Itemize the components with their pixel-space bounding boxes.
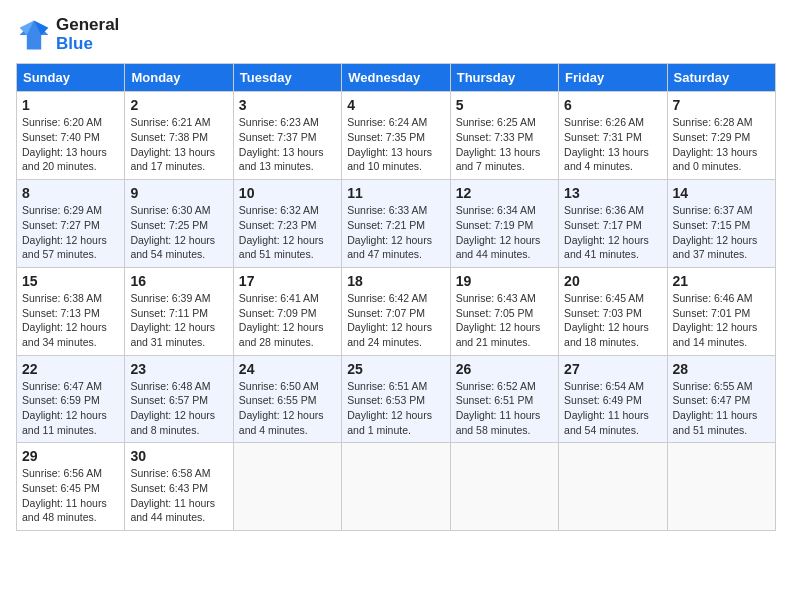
day-info: Sunrise: 6:32 AMSunset: 7:23 PMDaylight:… <box>239 203 336 262</box>
day-number: 2 <box>130 97 227 113</box>
day-info: Sunrise: 6:48 AMSunset: 6:57 PMDaylight:… <box>130 379 227 438</box>
week-row-4: 22Sunrise: 6:47 AMSunset: 6:59 PMDayligh… <box>17 355 776 443</box>
day-number: 15 <box>22 273 119 289</box>
day-number: 9 <box>130 185 227 201</box>
day-number: 29 <box>22 448 119 464</box>
day-number: 30 <box>130 448 227 464</box>
day-number: 8 <box>22 185 119 201</box>
day-info: Sunrise: 6:23 AMSunset: 7:37 PMDaylight:… <box>239 115 336 174</box>
week-row-5: 29Sunrise: 6:56 AMSunset: 6:45 PMDayligh… <box>17 443 776 531</box>
day-cell: 13Sunrise: 6:36 AMSunset: 7:17 PMDayligh… <box>559 180 667 268</box>
day-cell: 12Sunrise: 6:34 AMSunset: 7:19 PMDayligh… <box>450 180 558 268</box>
day-number: 7 <box>673 97 770 113</box>
day-cell: 30Sunrise: 6:58 AMSunset: 6:43 PMDayligh… <box>125 443 233 531</box>
day-cell <box>233 443 341 531</box>
day-number: 14 <box>673 185 770 201</box>
day-info: Sunrise: 6:50 AMSunset: 6:55 PMDaylight:… <box>239 379 336 438</box>
day-cell: 1Sunrise: 6:20 AMSunset: 7:40 PMDaylight… <box>17 92 125 180</box>
day-info: Sunrise: 6:51 AMSunset: 6:53 PMDaylight:… <box>347 379 444 438</box>
calendar-table: SundayMondayTuesdayWednesdayThursdayFrid… <box>16 63 776 531</box>
col-header-saturday: Saturday <box>667 64 775 92</box>
day-cell: 29Sunrise: 6:56 AMSunset: 6:45 PMDayligh… <box>17 443 125 531</box>
day-number: 19 <box>456 273 553 289</box>
day-cell: 3Sunrise: 6:23 AMSunset: 7:37 PMDaylight… <box>233 92 341 180</box>
logo: General Blue <box>16 16 119 53</box>
day-info: Sunrise: 6:37 AMSunset: 7:15 PMDaylight:… <box>673 203 770 262</box>
day-info: Sunrise: 6:29 AMSunset: 7:27 PMDaylight:… <box>22 203 119 262</box>
day-info: Sunrise: 6:24 AMSunset: 7:35 PMDaylight:… <box>347 115 444 174</box>
day-number: 28 <box>673 361 770 377</box>
day-cell: 28Sunrise: 6:55 AMSunset: 6:47 PMDayligh… <box>667 355 775 443</box>
day-info: Sunrise: 6:55 AMSunset: 6:47 PMDaylight:… <box>673 379 770 438</box>
day-number: 24 <box>239 361 336 377</box>
day-cell: 9Sunrise: 6:30 AMSunset: 7:25 PMDaylight… <box>125 180 233 268</box>
day-cell: 15Sunrise: 6:38 AMSunset: 7:13 PMDayligh… <box>17 267 125 355</box>
day-info: Sunrise: 6:46 AMSunset: 7:01 PMDaylight:… <box>673 291 770 350</box>
page-header: General Blue <box>16 16 776 53</box>
day-number: 6 <box>564 97 661 113</box>
day-cell: 11Sunrise: 6:33 AMSunset: 7:21 PMDayligh… <box>342 180 450 268</box>
day-cell: 21Sunrise: 6:46 AMSunset: 7:01 PMDayligh… <box>667 267 775 355</box>
day-number: 17 <box>239 273 336 289</box>
day-cell: 23Sunrise: 6:48 AMSunset: 6:57 PMDayligh… <box>125 355 233 443</box>
day-info: Sunrise: 6:34 AMSunset: 7:19 PMDaylight:… <box>456 203 553 262</box>
day-info: Sunrise: 6:54 AMSunset: 6:49 PMDaylight:… <box>564 379 661 438</box>
day-number: 22 <box>22 361 119 377</box>
day-info: Sunrise: 6:33 AMSunset: 7:21 PMDaylight:… <box>347 203 444 262</box>
day-cell: 26Sunrise: 6:52 AMSunset: 6:51 PMDayligh… <box>450 355 558 443</box>
svg-marker-0 <box>20 20 49 49</box>
day-cell: 6Sunrise: 6:26 AMSunset: 7:31 PMDaylight… <box>559 92 667 180</box>
day-cell: 4Sunrise: 6:24 AMSunset: 7:35 PMDaylight… <box>342 92 450 180</box>
week-row-1: 1Sunrise: 6:20 AMSunset: 7:40 PMDaylight… <box>17 92 776 180</box>
day-number: 26 <box>456 361 553 377</box>
day-info: Sunrise: 6:26 AMSunset: 7:31 PMDaylight:… <box>564 115 661 174</box>
col-header-monday: Monday <box>125 64 233 92</box>
day-cell <box>559 443 667 531</box>
day-cell: 18Sunrise: 6:42 AMSunset: 7:07 PMDayligh… <box>342 267 450 355</box>
day-cell: 2Sunrise: 6:21 AMSunset: 7:38 PMDaylight… <box>125 92 233 180</box>
day-cell <box>450 443 558 531</box>
logo-line2: Blue <box>56 35 119 54</box>
day-number: 1 <box>22 97 119 113</box>
header-row: SundayMondayTuesdayWednesdayThursdayFrid… <box>17 64 776 92</box>
day-number: 3 <box>239 97 336 113</box>
day-number: 12 <box>456 185 553 201</box>
day-info: Sunrise: 6:20 AMSunset: 7:40 PMDaylight:… <box>22 115 119 174</box>
day-info: Sunrise: 6:38 AMSunset: 7:13 PMDaylight:… <box>22 291 119 350</box>
day-info: Sunrise: 6:45 AMSunset: 7:03 PMDaylight:… <box>564 291 661 350</box>
logo-icon <box>16 17 52 53</box>
day-cell: 14Sunrise: 6:37 AMSunset: 7:15 PMDayligh… <box>667 180 775 268</box>
day-number: 25 <box>347 361 444 377</box>
day-cell: 25Sunrise: 6:51 AMSunset: 6:53 PMDayligh… <box>342 355 450 443</box>
day-cell: 20Sunrise: 6:45 AMSunset: 7:03 PMDayligh… <box>559 267 667 355</box>
day-cell <box>667 443 775 531</box>
day-cell <box>342 443 450 531</box>
logo-line1: General <box>56 16 119 35</box>
day-cell: 19Sunrise: 6:43 AMSunset: 7:05 PMDayligh… <box>450 267 558 355</box>
day-info: Sunrise: 6:47 AMSunset: 6:59 PMDaylight:… <box>22 379 119 438</box>
day-number: 13 <box>564 185 661 201</box>
day-info: Sunrise: 6:52 AMSunset: 6:51 PMDaylight:… <box>456 379 553 438</box>
day-cell: 8Sunrise: 6:29 AMSunset: 7:27 PMDaylight… <box>17 180 125 268</box>
day-number: 23 <box>130 361 227 377</box>
day-info: Sunrise: 6:21 AMSunset: 7:38 PMDaylight:… <box>130 115 227 174</box>
week-row-2: 8Sunrise: 6:29 AMSunset: 7:27 PMDaylight… <box>17 180 776 268</box>
day-number: 16 <box>130 273 227 289</box>
day-info: Sunrise: 6:43 AMSunset: 7:05 PMDaylight:… <box>456 291 553 350</box>
day-number: 4 <box>347 97 444 113</box>
day-info: Sunrise: 6:36 AMSunset: 7:17 PMDaylight:… <box>564 203 661 262</box>
day-cell: 22Sunrise: 6:47 AMSunset: 6:59 PMDayligh… <box>17 355 125 443</box>
day-info: Sunrise: 6:42 AMSunset: 7:07 PMDaylight:… <box>347 291 444 350</box>
day-cell: 17Sunrise: 6:41 AMSunset: 7:09 PMDayligh… <box>233 267 341 355</box>
day-number: 18 <box>347 273 444 289</box>
day-cell: 27Sunrise: 6:54 AMSunset: 6:49 PMDayligh… <box>559 355 667 443</box>
day-info: Sunrise: 6:28 AMSunset: 7:29 PMDaylight:… <box>673 115 770 174</box>
day-info: Sunrise: 6:56 AMSunset: 6:45 PMDaylight:… <box>22 466 119 525</box>
day-info: Sunrise: 6:30 AMSunset: 7:25 PMDaylight:… <box>130 203 227 262</box>
col-header-thursday: Thursday <box>450 64 558 92</box>
day-number: 21 <box>673 273 770 289</box>
col-header-tuesday: Tuesday <box>233 64 341 92</box>
day-cell: 16Sunrise: 6:39 AMSunset: 7:11 PMDayligh… <box>125 267 233 355</box>
col-header-wednesday: Wednesday <box>342 64 450 92</box>
day-info: Sunrise: 6:58 AMSunset: 6:43 PMDaylight:… <box>130 466 227 525</box>
